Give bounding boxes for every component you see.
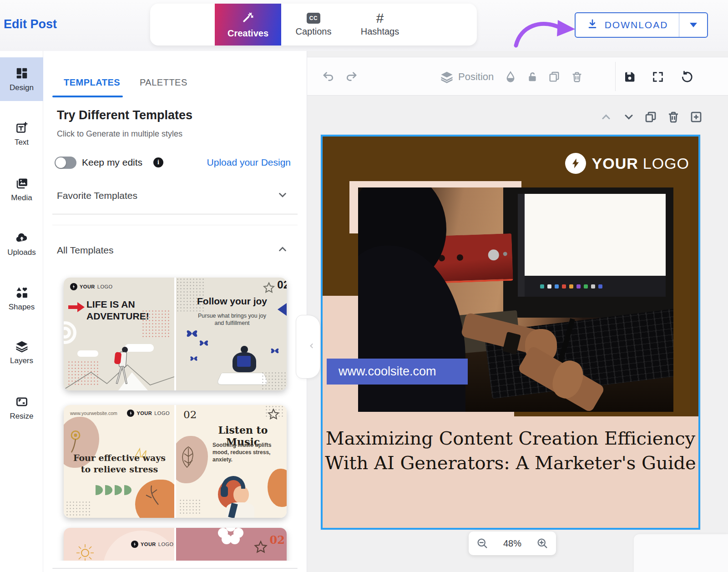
blob-decoration xyxy=(135,480,174,518)
delete-page-button[interactable] xyxy=(666,109,681,125)
zoom-level: 48% xyxy=(503,538,521,549)
tab-hashtags-label: Hashtags xyxy=(361,26,399,37)
panel-tab-palettes[interactable]: PALETTES xyxy=(140,77,187,88)
favorite-templates-section[interactable]: Favorite Templates xyxy=(57,187,288,204)
sidebar-item-label: Resize xyxy=(10,412,34,421)
collapse-panel-handle[interactable] xyxy=(296,315,320,379)
media-icon xyxy=(15,177,29,190)
upload-your-design-link[interactable]: Upload your Design xyxy=(207,157,291,168)
page-number: 02 xyxy=(183,409,197,420)
logo-logo-text: LOGO xyxy=(643,155,689,172)
resize-icon xyxy=(15,395,29,409)
walking-person-illustration xyxy=(111,347,134,387)
website-bar[interactable]: www.coolsite.com xyxy=(327,359,468,385)
sidebar-item-label: Design xyxy=(10,83,34,92)
magic-wand-icon xyxy=(242,11,254,25)
reset-button[interactable] xyxy=(678,68,696,86)
sidebar-item-label: Layers xyxy=(10,356,33,365)
tab-captions[interactable]: CC Captions xyxy=(287,4,340,46)
all-templates-section[interactable]: All Templates xyxy=(57,242,288,258)
template-card-adventure[interactable]: YOUR LOGO LIFE IS AN ADVENTURE! xyxy=(64,278,287,390)
undo-button[interactable] xyxy=(320,68,337,86)
active-tab-underline xyxy=(52,96,123,97)
info-icon[interactable]: i xyxy=(153,157,163,167)
sidebar-item-label: Text xyxy=(15,138,29,147)
tab-hashtags[interactable]: # Hashtags xyxy=(353,4,407,46)
position-button[interactable]: Position xyxy=(458,71,494,83)
mini-logo-logo: LOGO xyxy=(154,410,170,416)
purple-arrow-annotation xyxy=(511,11,579,48)
duplicate-button[interactable] xyxy=(546,68,563,86)
design-icon xyxy=(15,66,29,80)
dot-pattern xyxy=(265,405,283,419)
mini-logo-logo: LOGO xyxy=(97,284,113,289)
panel-title: Try Different Templates xyxy=(57,108,192,122)
canvas-logo[interactable]: YOURLOGO xyxy=(565,153,689,174)
download-split-button: DOWNLOAD xyxy=(575,12,708,38)
zoom-out-button[interactable] xyxy=(476,537,489,550)
girl-headphones-illustration xyxy=(218,476,268,518)
captions-icon: CC xyxy=(307,13,320,24)
dot-pattern xyxy=(261,371,286,390)
template-heading: Four effective ways to relieve stress xyxy=(73,452,166,475)
add-page-button[interactable] xyxy=(688,109,704,125)
all-templates-label: All Templates xyxy=(57,245,114,256)
green-arrows-decoration xyxy=(96,485,131,495)
move-layer-down-button[interactable] xyxy=(621,109,637,125)
uploads-cloud-icon xyxy=(15,231,29,245)
zoom-control: 48% xyxy=(469,532,556,555)
sidebar-item-label: Shapes xyxy=(9,303,35,312)
sidebar-item-label: Media xyxy=(11,193,32,202)
position-layers-icon[interactable] xyxy=(438,68,455,86)
panel-tab-templates[interactable]: TEMPLATES xyxy=(64,77,120,88)
sidebar-item-uploads[interactable]: Uploads xyxy=(0,222,43,266)
template-left-page: YOUR LOGO LIFE IS AN ADVENTURE! xyxy=(64,278,174,390)
butterfly-icon xyxy=(184,327,200,342)
app-window: Edit Post Creatives CC Captions # xyxy=(0,0,728,572)
star-icon xyxy=(253,540,268,557)
monitor-shape xyxy=(503,187,673,318)
download-icon xyxy=(586,18,598,32)
fullscreen-button[interactable] xyxy=(649,68,667,86)
left-icon-rail: Design Text Media xyxy=(0,51,43,572)
edit-post-link[interactable]: Edit Post xyxy=(4,17,57,31)
keep-my-edits-toggle[interactable] xyxy=(55,157,76,169)
opacity-droplet-button[interactable] xyxy=(502,68,519,86)
download-label: DOWNLOAD xyxy=(605,20,668,30)
sidebar-item-design[interactable]: Design xyxy=(0,57,43,101)
move-layer-up-button[interactable] xyxy=(598,109,614,125)
template-left-page: www.yourwebsite.com YOUR LOGO Four xyxy=(64,405,174,518)
tab-creatives-label: Creatives xyxy=(228,28,268,39)
chevron-left-icon xyxy=(307,341,316,352)
divider xyxy=(52,225,298,225)
sidebar-item-media[interactable]: Media xyxy=(0,167,43,211)
butterfly-icon xyxy=(189,354,199,365)
dot-pattern xyxy=(66,501,91,516)
sidebar-item-resize[interactable]: Resize xyxy=(0,386,43,430)
download-options-button[interactable] xyxy=(679,13,707,37)
duplicate-page-button[interactable] xyxy=(643,109,658,125)
tab-creatives[interactable]: Creatives xyxy=(215,4,281,46)
redo-button[interactable] xyxy=(343,68,360,86)
blob-decoration xyxy=(268,469,287,507)
website-text: www.yourwebsite.com xyxy=(70,410,117,416)
blob-decoration xyxy=(176,436,208,483)
delete-button[interactable] xyxy=(568,68,586,86)
sidebar-item-text[interactable]: Text xyxy=(0,112,43,156)
butterfly-icon xyxy=(198,338,210,350)
download-button[interactable]: DOWNLOAD xyxy=(576,13,679,37)
design-canvas[interactable]: YOURLOGO www.coolsite.com Maximizing Con… xyxy=(321,135,700,530)
template-card-stress[interactable]: www.yourwebsite.com YOUR LOGO Four xyxy=(64,405,287,518)
sidebar-item-layers[interactable]: Layers xyxy=(0,330,43,374)
zoom-in-button[interactable] xyxy=(536,537,549,550)
bolt-icon xyxy=(565,153,586,174)
hashtag-icon: # xyxy=(376,13,384,24)
toolbar-divider xyxy=(615,62,616,91)
canvas-headline[interactable]: Maximizing Content Creation Efficiency W… xyxy=(323,426,698,475)
favorite-templates-label: Favorite Templates xyxy=(57,190,137,201)
panel-subtitle: Click to Generate in multiple styles xyxy=(57,129,182,139)
unlock-button[interactable] xyxy=(524,68,541,86)
sidebar-item-shapes[interactable]: Shapes xyxy=(0,277,43,320)
save-button[interactable] xyxy=(621,68,638,86)
mini-logo-your: YOUR xyxy=(80,284,95,289)
